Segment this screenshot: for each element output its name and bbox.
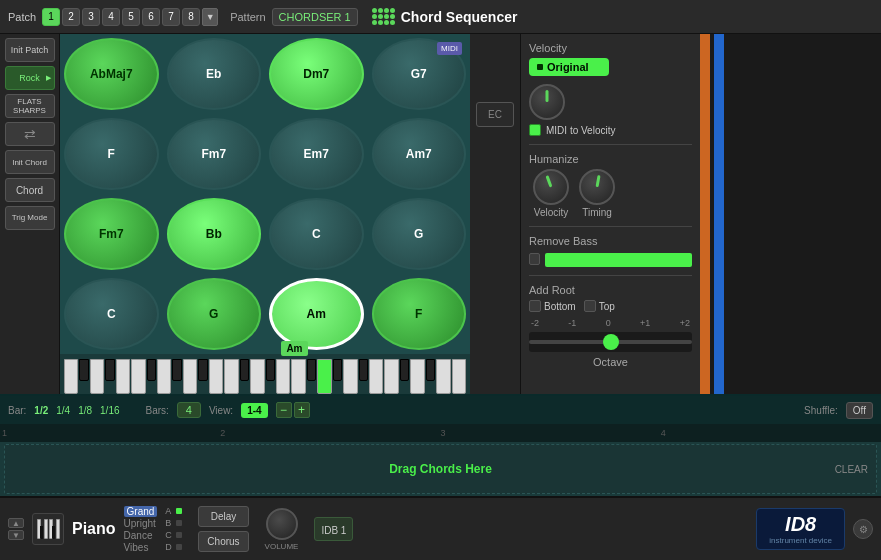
midi-to-velocity-checkbox[interactable] — [529, 124, 541, 136]
chord-btn-g[interactable]: G — [372, 198, 467, 270]
piano-key-black[interactable] — [307, 359, 316, 381]
init-chord-btn[interactable]: Init Chord — [5, 150, 55, 174]
chord-btn-f-2[interactable]: F — [372, 278, 467, 350]
bar-fraction-active[interactable]: 1/2 — [34, 405, 48, 416]
num-btn-3[interactable]: 3 — [82, 8, 100, 26]
bar-frac-14[interactable]: 1/4 — [56, 405, 70, 416]
clear-button[interactable]: CLEAR — [835, 464, 868, 475]
trig-mode-btn[interactable]: Trig Mode — [5, 206, 55, 230]
chord-btn-eb[interactable]: Eb — [167, 38, 262, 110]
flats-sharps-btn[interactable]: FLATSSHARPS — [5, 94, 55, 118]
bar-frac-116[interactable]: 1/16 — [100, 405, 119, 416]
chord-btn-am-selected[interactable]: Am — [269, 278, 364, 350]
piano-key-white[interactable] — [369, 359, 383, 394]
piano-key-black[interactable] — [172, 359, 181, 381]
preset-vibes[interactable]: Vibes — [124, 542, 158, 553]
timeline-mark-2: 2 — [220, 428, 225, 438]
num-btn-8[interactable]: 8 — [182, 8, 200, 26]
nav-down-btn[interactable]: ▼ — [8, 530, 24, 540]
init-patch-btn[interactable]: Init Patch — [5, 38, 55, 62]
bars-input[interactable]: 4 — [177, 402, 201, 418]
piano-key-black[interactable] — [198, 359, 207, 381]
indicator-light-d — [176, 544, 182, 550]
chord-btn-dm7[interactable]: Dm7 — [269, 38, 364, 110]
piano-key-white[interactable] — [436, 359, 450, 394]
piano-key-black[interactable] — [266, 359, 275, 381]
bottom-checkbox[interactable] — [529, 300, 541, 312]
delay-button[interactable]: Delay — [198, 506, 248, 527]
piano-key-white[interactable] — [64, 359, 78, 394]
chorus-button[interactable]: Chorus — [198, 531, 248, 552]
octave-mark-minus2: -2 — [531, 318, 539, 328]
piano-key-white[interactable] — [276, 359, 290, 394]
arrows-btn[interactable]: ⇄ — [5, 122, 55, 146]
chord-btn-fm7-2[interactable]: Fm7 — [64, 198, 159, 270]
piano-key-black[interactable] — [426, 359, 435, 381]
piano-key-white-green[interactable] — [317, 359, 331, 394]
top-checkbox[interactable] — [584, 300, 596, 312]
timing-knob[interactable] — [579, 169, 615, 205]
piano-key-black[interactable] — [359, 359, 368, 381]
off-btn[interactable]: Off — [846, 402, 873, 419]
octave-slider-thumb[interactable] — [603, 334, 619, 350]
original-button[interactable]: Original — [529, 58, 609, 76]
chord-btn[interactable]: Chord — [5, 178, 55, 202]
piano-key-black[interactable] — [400, 359, 409, 381]
rec-button[interactable]: EC — [476, 102, 514, 127]
piano-key-white[interactable] — [250, 359, 264, 394]
preset-grand[interactable]: Grand — [124, 506, 158, 517]
chord-btn-c-2[interactable]: C — [64, 278, 159, 350]
nav-up-btn[interactable]: ▲ — [8, 518, 24, 528]
view-minus-btn[interactable]: − — [276, 402, 292, 418]
num-btn-1[interactable]: 1 — [42, 8, 60, 26]
piano-key-white[interactable] — [116, 359, 130, 394]
view-plus-btn[interactable]: + — [294, 402, 310, 418]
piano-key-white[interactable] — [90, 359, 104, 394]
octave-slider[interactable] — [529, 332, 692, 352]
bar-frac-18[interactable]: 1/8 — [78, 405, 92, 416]
piano-key-white[interactable] — [410, 359, 424, 394]
velocity-knob[interactable] — [533, 169, 569, 205]
drag-chords-area[interactable]: Drag Chords Here CLEAR — [4, 444, 877, 494]
velocity-main-knob[interactable] — [529, 84, 565, 120]
num-btn-7[interactable]: 7 — [162, 8, 180, 26]
piano-key-white[interactable] — [343, 359, 357, 394]
piano-key-black[interactable] — [240, 359, 249, 381]
piano-key-white[interactable] — [291, 359, 305, 394]
piano-key-white[interactable] — [183, 359, 197, 394]
piano-key-white[interactable] — [131, 359, 145, 394]
chord-btn-g-2[interactable]: G — [167, 278, 262, 350]
piano-key-black[interactable] — [147, 359, 156, 381]
num-btn-dropdown[interactable]: ▼ — [202, 8, 218, 26]
chord-btn-c[interactable]: C — [269, 198, 364, 270]
piano-key-black[interactable] — [105, 359, 114, 381]
num-btn-4[interactable]: 4 — [102, 8, 120, 26]
piano-key-black[interactable] — [333, 359, 342, 381]
piano-key-white[interactable] — [452, 359, 466, 394]
chord-btn-em7[interactable]: Em7 — [269, 118, 364, 190]
add-root-row: Bottom Top — [529, 300, 692, 312]
piano-icon-black — [40, 526, 43, 539]
piano-key-white[interactable] — [209, 359, 223, 394]
midi-to-velocity-row: MIDI to Velocity — [529, 124, 692, 136]
indicator-light-a — [176, 508, 182, 514]
preset-dance[interactable]: Dance — [124, 530, 158, 541]
num-btn-5[interactable]: 5 — [122, 8, 140, 26]
piano-key-white[interactable] — [384, 359, 398, 394]
remove-bass-checkbox[interactable] — [529, 253, 540, 265]
volume-knob[interactable] — [266, 508, 298, 540]
rock-preset-btn[interactable]: Rock — [5, 66, 55, 90]
settings-button[interactable]: ⚙ — [853, 519, 873, 539]
chord-btn-fm7[interactable]: Fm7 — [167, 118, 262, 190]
chord-btn-bb[interactable]: Bb — [167, 198, 262, 270]
chord-btn-f[interactable]: F — [64, 118, 159, 190]
num-btn-6[interactable]: 6 — [142, 8, 160, 26]
piano-key-black[interactable] — [79, 359, 88, 381]
chord-btn-abmaj7[interactable]: AbMaj7 — [64, 38, 159, 110]
divider-1 — [529, 144, 692, 145]
num-btn-2[interactable]: 2 — [62, 8, 80, 26]
preset-upright[interactable]: Upright — [124, 518, 158, 529]
chord-btn-am7[interactable]: Am7 — [372, 118, 467, 190]
piano-key-white[interactable] — [224, 359, 238, 394]
piano-key-white[interactable] — [157, 359, 171, 394]
